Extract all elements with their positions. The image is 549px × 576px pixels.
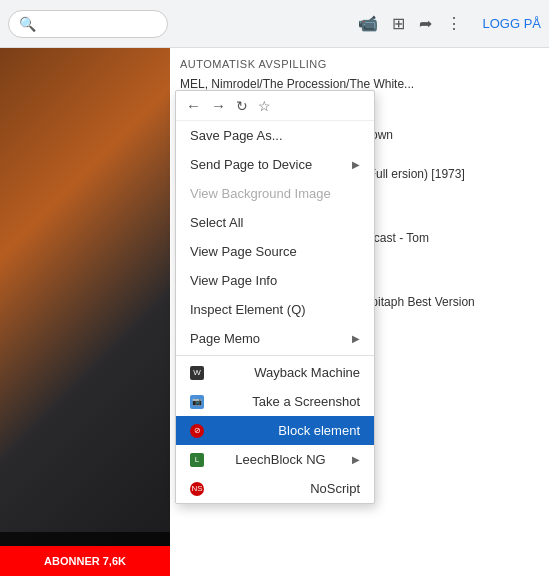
screenshot-icon: 📷 bbox=[190, 395, 204, 409]
menu-item-send-page-to-device[interactable]: Send Page to Device ▶ bbox=[176, 150, 374, 179]
login-button[interactable]: LOGG PÅ bbox=[482, 16, 541, 31]
menu-item-take-screenshot[interactable]: 📷 Take a Screenshot bbox=[176, 387, 374, 416]
left-panel: ⬇ LAGRE ⋯ bbox=[0, 48, 170, 576]
wayback-icon: W bbox=[190, 366, 204, 380]
menu-item-page-memo[interactable]: Page Memo ▶ bbox=[176, 324, 374, 353]
menu-item-label: View Background Image bbox=[190, 186, 331, 201]
menu-item-view-page-info[interactable]: View Page Info bbox=[176, 266, 374, 295]
menu-item-block-element[interactable]: ⊘ Block element bbox=[176, 416, 374, 445]
block-icon: ⊘ bbox=[190, 424, 204, 438]
submenu-arrow-icon: ▶ bbox=[352, 454, 360, 465]
autoplay-label: AUTOMATISK AVSPILLING bbox=[180, 58, 539, 70]
browser-icons: 📹 ⊞ ➦ ⋮ LOGG PÅ bbox=[358, 14, 541, 33]
submenu-arrow-icon: ▶ bbox=[352, 159, 360, 170]
menu-item-inspect-element[interactable]: Inspect Element (Q) bbox=[176, 295, 374, 324]
subscribe-label: ABONNER 7,6K bbox=[44, 555, 126, 567]
forward-button[interactable]: → bbox=[211, 97, 226, 114]
leech-icon: L bbox=[190, 453, 204, 467]
menu-item-select-all[interactable]: Select All bbox=[176, 208, 374, 237]
menu-separator bbox=[176, 355, 374, 356]
submenu-arrow-icon: ▶ bbox=[352, 333, 360, 344]
menu-item-wayback-machine[interactable]: W Wayback Machine bbox=[176, 358, 374, 387]
browser-toolbar: 🔍 📹 ⊞ ➦ ⋮ LOGG PÅ bbox=[0, 0, 549, 48]
menu-item-view-background-image: View Background Image bbox=[176, 179, 374, 208]
menu-item-label: Page Memo bbox=[190, 331, 260, 346]
menu-item-label: View Page Source bbox=[190, 244, 297, 259]
search-icon: 🔍 bbox=[19, 16, 36, 32]
main-area: ⬇ LAGRE ⋯ AUTOMATISK AVSPILLING MEL, Nim… bbox=[0, 48, 549, 576]
bookmark-button[interactable]: ☆ bbox=[258, 98, 271, 114]
reload-button[interactable]: ↻ bbox=[236, 98, 248, 114]
more-icon[interactable]: ⋮ bbox=[446, 14, 462, 33]
menu-item-label: Wayback Machine bbox=[254, 365, 360, 380]
menu-item-label: Send Page to Device bbox=[190, 157, 312, 172]
menu-item-label: NoScript bbox=[310, 481, 360, 496]
menu-item-label: Take a Screenshot bbox=[252, 394, 360, 409]
background-image bbox=[0, 48, 170, 576]
menu-item-label: Inspect Element (Q) bbox=[190, 302, 306, 317]
address-bar[interactable]: 🔍 bbox=[8, 10, 168, 38]
menu-item-label: Select All bbox=[190, 215, 243, 230]
menu-item-label: View Page Info bbox=[190, 273, 277, 288]
menu-item-noscript[interactable]: NS NoScript bbox=[176, 474, 374, 503]
menu-item-save-page-as[interactable]: Save Page As... bbox=[176, 121, 374, 150]
menu-item-label: Block element bbox=[278, 423, 360, 438]
video-icon[interactable]: 📹 bbox=[358, 14, 378, 33]
noscript-icon: NS bbox=[190, 482, 204, 496]
menu-item-label: Save Page As... bbox=[190, 128, 283, 143]
subscribe-bar[interactable]: ABONNER 7,6K bbox=[0, 546, 170, 576]
menu-item-label: LeechBlock NG bbox=[235, 452, 325, 467]
share-icon[interactable]: ➦ bbox=[419, 14, 432, 33]
back-button[interactable]: ← bbox=[186, 97, 201, 114]
menu-nav-row: ← → ↻ ☆ bbox=[176, 91, 374, 121]
grid-icon[interactable]: ⊞ bbox=[392, 14, 405, 33]
context-menu: ← → ↻ ☆ Save Page As... Send Page to Dev… bbox=[175, 90, 375, 504]
menu-item-view-page-source[interactable]: View Page Source bbox=[176, 237, 374, 266]
menu-item-leechblock-ng[interactable]: L LeechBlock NG ▶ bbox=[176, 445, 374, 474]
